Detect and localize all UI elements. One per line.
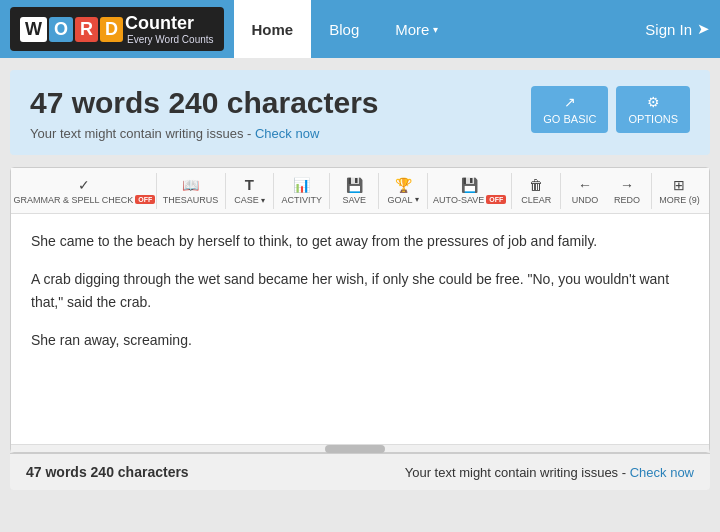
grid-icon: ⊞ [673,177,685,193]
paragraph-1: She came to the beach by herself to thin… [31,230,689,252]
nav-home[interactable]: Home [234,0,312,58]
word-count-title: 47 words 240 characters [30,86,379,120]
grammar-label: GRAMMAR & SPELL CHECK [13,195,133,205]
scrollbar-track[interactable] [11,444,709,452]
sign-in-button[interactable]: Sign In ➤ [645,20,710,38]
goal-label: GOAL [388,195,413,205]
paragraph-2: A crab digging through the wet sand beca… [31,268,689,313]
save-button[interactable]: 💾 SAVE [334,173,374,209]
paragraph-3: She ran away, screaming. [31,329,689,351]
options-button[interactable]: ⚙ OPTIONS [616,86,690,133]
toolbar-divider-6 [427,173,428,209]
card-actions: ↗ GO BASIC ⚙ OPTIONS [531,86,690,133]
case-icon: T [245,176,254,193]
footer-check-now-link[interactable]: Check now [630,465,694,480]
toolbar-divider-5 [378,173,379,209]
nav-more-label: More [395,21,429,38]
logo[interactable]: W O R D Counter Every Word Counts [10,7,224,51]
trash-icon: 🗑 [529,177,543,193]
chart-icon: 📊 [293,177,310,193]
gear-icon: ⚙ [647,94,660,110]
logo-letter-d: D [100,17,123,42]
logo-letter-w: W [20,17,47,42]
clear-button[interactable]: 🗑 CLEAR [516,173,556,209]
book-icon: 📖 [182,177,199,193]
footer-bar: 47 words 240 characters Your text might … [10,453,710,490]
case-button[interactable]: T CASE ▾ [229,172,269,209]
footer-issues-label: Your text might contain writing issues - [405,465,626,480]
undo-button[interactable]: ← UNDO [565,173,605,209]
go-basic-label: GO BASIC [543,113,596,125]
options-label: OPTIONS [628,113,678,125]
sign-in-label: Sign In [645,21,692,38]
case-label: CASE [234,195,259,205]
scrollbar-thumb[interactable] [325,445,385,453]
save-icon: 💾 [346,177,363,193]
goal-button[interactable]: 🏆 GOAL ▾ [383,173,423,209]
thesaurus-button[interactable]: 📖 THESAURUS [161,173,221,209]
external-link-icon: ↗ [564,94,576,110]
autosave-icon: 💾 [461,177,478,193]
toolbar-divider-9 [651,173,652,209]
trophy-icon: 🏆 [395,177,412,193]
stats-card: 47 words 240 characters Your text might … [10,70,710,155]
go-basic-button[interactable]: ↗ GO BASIC [531,86,608,133]
nav-links: Home Blog More ▾ [234,0,457,58]
save-label: SAVE [343,195,366,205]
redo-icon: → [620,177,634,193]
redo-button[interactable]: → REDO [607,173,647,209]
redo-label: REDO [614,195,640,205]
grammar-off-badge: OFF [135,195,155,204]
text-editor[interactable]: She came to the beach by herself to thin… [11,214,709,444]
grammar-spell-check-button[interactable]: ✓ GRAMMAR & SPELL CHECK OFF [17,173,152,209]
checkmark-icon: ✓ [78,177,90,193]
autosave-label: AUTO-SAVE [433,195,484,205]
navbar: W O R D Counter Every Word Counts Home B… [0,0,720,58]
toolbar-divider-3 [273,173,274,209]
stats-info: 47 words 240 characters Your text might … [30,86,379,141]
nav-right: Sign In ➤ [645,20,710,38]
logo-text-group: Counter Every Word Counts [125,13,214,45]
footer-issues: Your text might contain writing issues -… [405,465,694,480]
activity-label: ACTIVITY [282,195,323,205]
toolbar-divider-7 [511,173,512,209]
sign-in-icon: ➤ [697,20,710,38]
activity-button[interactable]: 📊 ACTIVITY [278,173,325,209]
more-button[interactable]: ⊞ MORE (9) [656,173,703,209]
toolbar-divider-4 [329,173,330,209]
toolbar-divider-2 [225,173,226,209]
nav-blog[interactable]: Blog [311,0,377,58]
toolbar-divider-8 [560,173,561,209]
logo-sub: Every Word Counts [127,34,214,45]
thesaurus-label: THESAURUS [163,195,219,205]
chevron-down-icon: ▾ [433,24,438,35]
toolbar: ✓ GRAMMAR & SPELL CHECK OFF 📖 THESAURUS … [11,168,709,214]
logo-word: Counter [125,13,214,34]
toolbar-divider-1 [156,173,157,209]
autosave-off-badge: OFF [486,195,506,204]
undo-label: UNDO [572,195,599,205]
logo-letter-o: O [49,17,73,42]
writing-issues-text: Your text might contain writing issues -… [30,126,379,141]
logo-letter-r: R [75,17,98,42]
more-label: MORE (9) [659,195,700,205]
footer-word-count: 47 words 240 characters [26,464,189,480]
check-now-link[interactable]: Check now [255,126,319,141]
goal-dropdown-icon: ▾ [415,195,419,204]
writing-issues-label: Your text might contain writing issues - [30,126,251,141]
nav-more[interactable]: More ▾ [377,0,456,58]
editor-container: ✓ GRAMMAR & SPELL CHECK OFF 📖 THESAURUS … [10,167,710,453]
case-dropdown-icon: ▾ [261,196,265,205]
undo-icon: ← [578,177,592,193]
autosave-button[interactable]: 💾 AUTO-SAVE OFF [432,173,507,209]
clear-label: CLEAR [521,195,551,205]
